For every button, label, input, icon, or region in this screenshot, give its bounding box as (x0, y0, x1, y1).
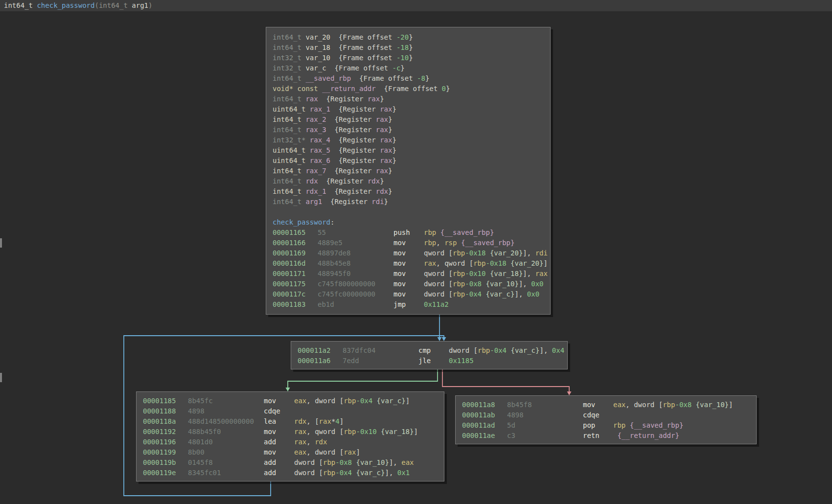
code-line[interactable]: 000011884898cdqe (137, 406, 444, 416)
code-token: 0x0 (527, 290, 539, 298)
code-token: 0x1185 (449, 357, 474, 365)
basic-block-loop-body[interactable]: 000011858b45fcmoveax, dword [rbp-0x4 {va… (136, 391, 444, 481)
code-line[interactable]: int64_t rax_7 {Register rax} (266, 166, 550, 176)
function-signature-bar[interactable]: int64_t check_password(int64_t arg1) (0, 0, 832, 12)
code-line[interactable]: int64_t rdx_1 {Register rdx} (266, 186, 550, 197)
code-line[interactable]: int64_t __saved_rbp {Frame offset -8} (266, 73, 550, 84)
code-line[interactable]: void* const __return_addr {Frame offset … (266, 84, 550, 94)
code-token: int64_t (273, 115, 305, 123)
code-token: c745f800000000 (318, 279, 393, 289)
code-token: {Register (330, 157, 380, 164)
code-token: 00001199 (143, 447, 188, 458)
code-token: rbp (344, 397, 356, 405)
code-line[interactable]: 0000116555pushrbp {__saved_rbp} (266, 228, 550, 238)
code-token: rax_6 (310, 157, 330, 164)
code-token: } (425, 74, 429, 82)
code-line[interactable]: int64_t var_20 {Frame offset -20} (266, 32, 550, 43)
code-token: -20 (396, 33, 409, 41)
code-token: 8b45fc (188, 396, 264, 406)
code-token: ], (514, 290, 527, 298)
code-token: c3 (507, 431, 583, 441)
code-token: __return_addr (322, 85, 376, 92)
code-token: {__saved_rbp} (630, 421, 684, 429)
code-token (457, 239, 461, 247)
code-line[interactable]: 0000116948897de8movqword [rbp-0x18 {var_… (266, 248, 550, 258)
code-line[interactable]: int32_t* rax_4 {Register rax} (266, 135, 550, 145)
code-token: -c (392, 64, 400, 72)
edge-branch-true-arrowhead (286, 388, 290, 391)
code-token: jmp (393, 299, 424, 310)
code-token (372, 397, 376, 405)
basic-block-return[interactable]: 000011a88b45f8moveax, dword [rbp-0x8 {va… (455, 395, 757, 444)
code-line[interactable]: 0000118a488d148500000000leardx, [rax*4] (137, 416, 444, 427)
code-token: 4898 (188, 406, 264, 416)
code-token: rax (380, 136, 392, 144)
code-token: , (436, 239, 444, 247)
code-line[interactable]: 000011aec3retn {__return_addr} (456, 431, 756, 441)
code-line[interactable]: 000011a88b45f8moveax, dword [rbp-0x8 {va… (456, 400, 756, 410)
code-token: , qword [ (436, 259, 473, 267)
basic-block-loop-condition[interactable]: 000011a2837dfc04cmpdword [rbp-0x4 {var_c… (291, 341, 568, 369)
code-token: 0x4 (552, 346, 564, 354)
code-token: rbp (323, 458, 335, 466)
code-token: 00001169 (273, 248, 318, 258)
code-token: 00001175 (273, 279, 318, 289)
code-line[interactable]: int64_t rax_2 {Register rax} (266, 115, 550, 125)
code-line[interactable]: 00001192488b45f0movrax, qword [rbp-0x10 … (137, 427, 444, 437)
code-line[interactable]: 00001175c745f800000000movdword [rbp-0x8 … (266, 279, 550, 289)
code-token: , [ (306, 417, 319, 425)
code-line[interactable]: 00001171488945f0movqword [rbp-0x10 {var_… (266, 269, 550, 279)
code-token: {var_10} (485, 280, 518, 288)
code-line[interactable]: int32_t var_c {Frame offset -c} (266, 63, 550, 73)
code-line[interactable]: 000011964801d0addrax, rdx (137, 437, 444, 447)
code-line[interactable]: 000011858b45fcmoveax, dword [rbp-0x4 {va… (137, 396, 444, 406)
code-line[interactable]: check_password: (266, 217, 550, 228)
code-line[interactable] (266, 207, 550, 217)
code-token: {__saved_rbp} (440, 229, 494, 236)
code-token: mov (393, 279, 424, 289)
code-line[interactable]: 0000116d488b45e8movrax, qword [rbp-0x18 … (266, 258, 550, 269)
code-token: rax (376, 126, 388, 134)
code-token: -0x8 (675, 401, 692, 409)
code-token: -0x4 (335, 469, 352, 477)
code-token: 488b45e8 (318, 258, 393, 269)
code-token: 8b45f8 (507, 400, 583, 410)
code-line[interactable]: int64_t rdx {Register rdx} (266, 176, 550, 186)
code-token: -8 (417, 74, 425, 82)
code-token: arg1 (305, 198, 322, 206)
code-token: 0000117c (273, 289, 318, 299)
code-token: 0000118a (143, 416, 188, 427)
code-token: ] (356, 448, 360, 456)
code-line[interactable]: 000011664889e5movrbp, rsp {__saved_rbp} (266, 238, 550, 248)
code-token: } (380, 95, 384, 103)
code-line[interactable]: int64_t rax {Register rax} (266, 94, 550, 104)
code-line[interactable]: 0000119e8345fc01adddword [rbp-0x4 {var_c… (137, 468, 444, 478)
code-line[interactable]: 000011a67eddjle0x1185 (291, 356, 567, 366)
code-line[interactable]: 000011a2837dfc04cmpdword [rbp-0x4 {var_c… (291, 345, 567, 356)
code-line[interactable]: 0000119b0145f8adddword [rbp-0x8 {var_10}… (137, 458, 444, 468)
code-line[interactable]: uint64_t rax_6 {Register rax} (266, 156, 550, 166)
code-token: push (393, 228, 424, 238)
code-token: 0x11a2 (424, 300, 449, 308)
code-line[interactable]: 00001183eb1djmp0x11a2 (266, 299, 550, 310)
code-line[interactable]: 000011ad5dpoprbp {__saved_rbp} (456, 420, 756, 431)
code-token: var_c (305, 64, 326, 72)
code-line[interactable]: int64_t rax_3 {Register rax} (266, 125, 550, 135)
left-edge-scroll-mark (0, 238, 2, 248)
code-token (485, 270, 489, 277)
code-token: 00001185 (143, 396, 188, 406)
code-line[interactable]: int64_t arg1 {Register rdi} (266, 197, 550, 207)
code-token: eax (401, 458, 414, 466)
graph-canvas[interactable]: int64_t var_20 {Frame offset -20}int64_t… (0, 0, 832, 504)
code-line[interactable]: int64_t var_18 {Frame offset -18} (266, 43, 550, 53)
code-line[interactable]: 0000117cc745fc00000000movdword [rbp-0x4 … (266, 289, 550, 299)
code-token: void* const (273, 85, 322, 92)
code-line[interactable]: 000011ab4898cdqe (456, 410, 756, 420)
code-line[interactable]: int32_t var_10 {Frame offset -10} (266, 53, 550, 63)
code-token: dword [ (424, 290, 453, 298)
code-line[interactable]: uint64_t rax_1 {Register rax} (266, 104, 550, 115)
code-line[interactable]: 000011998b00moveax, dword [rax] (137, 447, 444, 458)
basic-block-entry[interactable]: int64_t var_20 {Frame offset -20}int64_t… (266, 27, 551, 315)
code-token: dword [ (294, 458, 323, 466)
code-line[interactable]: uint64_t rax_5 {Register rax} (266, 145, 550, 156)
